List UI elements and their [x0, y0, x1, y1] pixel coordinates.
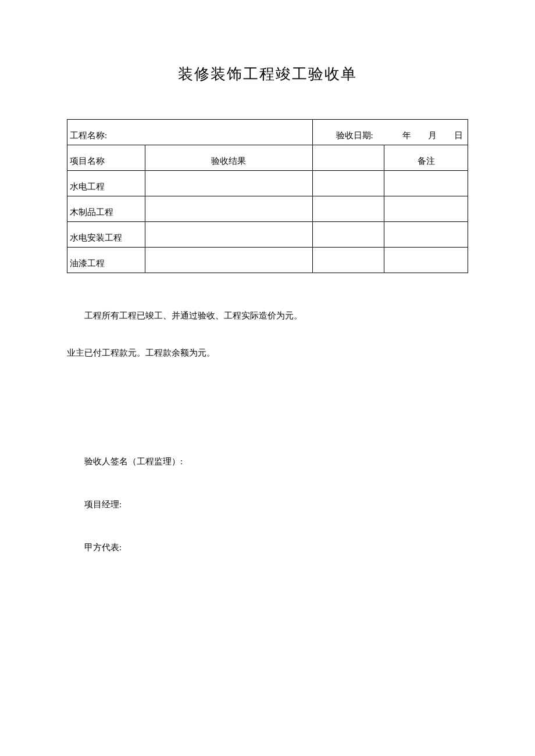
paragraph-2: 业主已付工程款元。工程款余额为元。: [67, 342, 468, 363]
paragraph-1: 工程所有工程已竣工、并通过验收、工程实际造价为元。: [67, 305, 468, 326]
row-label: 水电安装工程: [67, 222, 145, 248]
row-result: [145, 222, 312, 248]
row-result: [145, 171, 312, 196]
row-extra: [312, 248, 384, 273]
project-name-cell: 工程名称:: [67, 120, 313, 145]
table-header-row: 项目名称 验收结果 备注: [67, 145, 468, 171]
date-day: 日: [454, 131, 463, 140]
row-remark: [384, 171, 468, 196]
row-result: [145, 248, 312, 273]
row-label: 油漆工程: [67, 248, 145, 273]
row-extra: [312, 196, 384, 222]
table-info-row: 工程名称: 验收日期: 年 月 日: [67, 120, 468, 145]
signature-inspector: 验收人签名（工程监理）:: [67, 456, 468, 467]
date-year: 年: [402, 131, 411, 140]
paragraph-block: 工程所有工程已竣工、并通过验收、工程实际造价为元。 业主已付工程款元。工程款余额…: [67, 305, 468, 363]
row-remark: [384, 196, 468, 222]
date-label: 验收日期:: [336, 131, 373, 140]
row-extra: [312, 171, 384, 196]
signature-block: 验收人签名（工程监理）: 项目经理: 甲方代表:: [67, 456, 468, 553]
row-label: 水电工程: [67, 171, 145, 196]
table-row: 水电安装工程: [67, 222, 468, 248]
table-row: 水电工程: [67, 171, 468, 196]
header-extra: [312, 145, 384, 171]
header-item-name: 项目名称: [67, 145, 145, 171]
row-label: 木制品工程: [67, 196, 145, 222]
row-remark: [384, 248, 468, 273]
signature-manager: 项目经理:: [67, 499, 468, 510]
row-result: [145, 196, 312, 222]
header-result: 验收结果: [145, 145, 312, 171]
acceptance-table: 工程名称: 验收日期: 年 月 日 项目名称 验收结果 备注 水电工程 木制品工…: [67, 119, 468, 273]
row-remark: [384, 222, 468, 248]
header-remark: 备注: [384, 145, 468, 171]
date-month: 月: [428, 131, 437, 140]
acceptance-date-cell: 验收日期: 年 月 日: [312, 120, 468, 145]
page-title: 装修装饰工程竣工验收单: [67, 64, 468, 84]
table-row: 油漆工程: [67, 248, 468, 273]
table-row: 木制品工程: [67, 196, 468, 222]
signature-party-a: 甲方代表:: [67, 542, 468, 553]
row-extra: [312, 222, 384, 248]
